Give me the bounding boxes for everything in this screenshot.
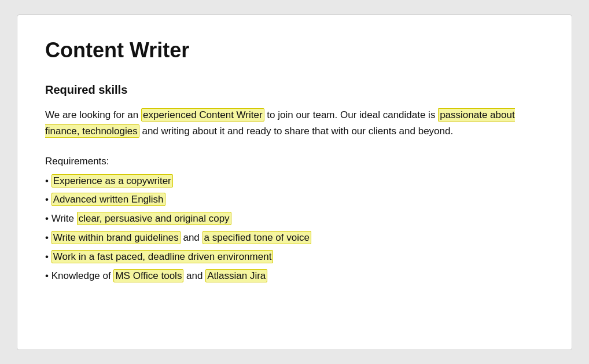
knowledge-text: Knowledge of (51, 270, 114, 281)
list-item: Write within brand guidelines and a spec… (45, 230, 544, 247)
page-title: Content Writer (45, 38, 544, 62)
highlight-advanced-english: Advanced written English (51, 193, 165, 206)
highlight-tone-of-voice: a specified tone of voice (203, 231, 311, 244)
intro-part2: to join our team. Our ideal candidate is (264, 109, 439, 120)
list-item: Work in a fast paced, deadline driven en… (45, 249, 544, 266)
highlight-experience-copywriter: Experience as a copywriter (51, 174, 173, 187)
list-item: Advanced written English (45, 192, 544, 208)
highlight-fast-paced: Work in a fast paced, deadline driven en… (51, 250, 274, 263)
required-skills-heading: Required skills (45, 83, 544, 97)
highlight-experienced-content-writer: experienced Content Writer (141, 108, 264, 122)
and-text: and (181, 232, 203, 243)
highlight-atlassian-jira: Atlassian Jira (205, 269, 267, 282)
requirements-list: Experience as a copywriter Advanced writ… (45, 173, 544, 285)
write-text: Write (51, 213, 77, 224)
intro-part1: We are looking for an (45, 109, 141, 120)
list-item: Knowledge of MS Office tools and Atlassi… (45, 268, 544, 285)
and-text-2: and (183, 270, 205, 281)
highlight-clear-copy: clear, persuasive and original copy (77, 212, 231, 225)
list-item: Write clear, persuasive and original cop… (45, 211, 544, 227)
highlight-brand-guidelines: Write within brand guidelines (51, 231, 181, 244)
requirements-label: Requirements: (45, 156, 544, 167)
highlight-ms-office: MS Office tools (113, 269, 183, 282)
content-card: Content Writer Required skills We are lo… (17, 14, 572, 350)
list-item: Experience as a copywriter (45, 173, 544, 190)
intro-paragraph: We are looking for an experienced Conten… (45, 107, 544, 139)
intro-part3: and writing about it and ready to share … (139, 126, 453, 137)
